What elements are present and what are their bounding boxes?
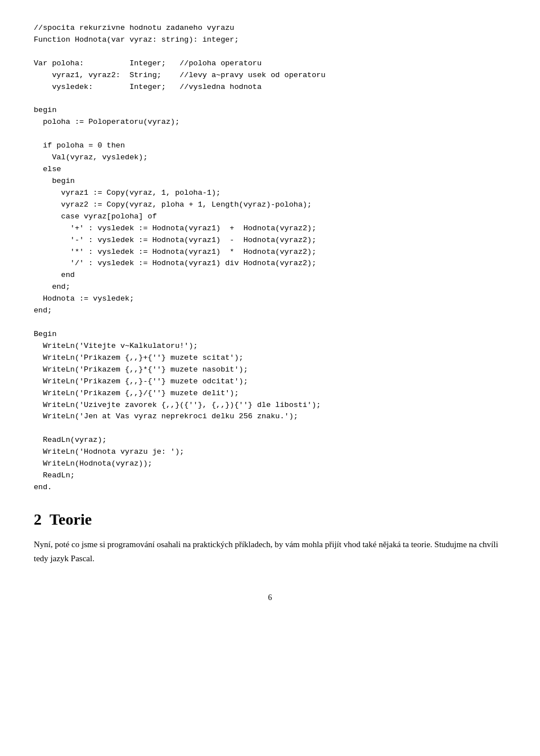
section-header: 2 Teorie: [34, 511, 506, 529]
section-body: Nyní, poté co jsme si programování osaha…: [34, 538, 506, 566]
section-number: 2: [34, 511, 42, 529]
section-title: Teorie: [50, 511, 92, 529]
page-number: 6: [34, 593, 506, 602]
code-block: //spocita rekurzivne hodnotu zadaneho vy…: [34, 23, 506, 494]
